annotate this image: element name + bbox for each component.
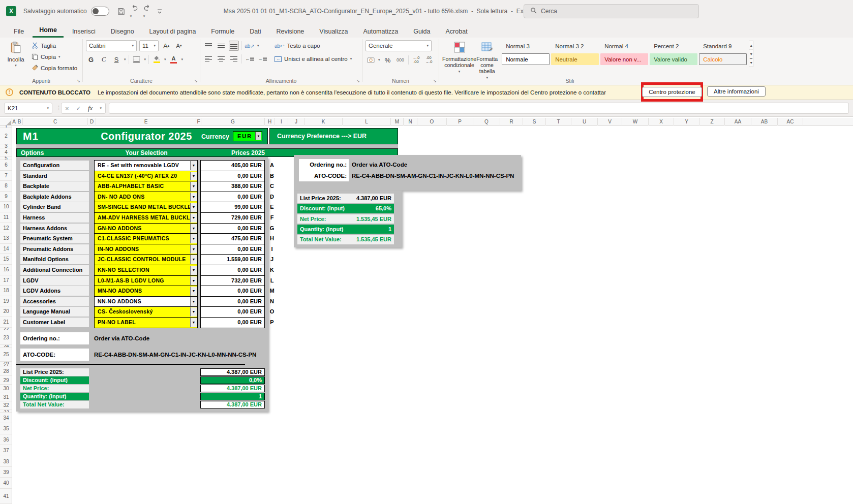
- dropdown-arrow-icon[interactable]: ▼: [190, 307, 197, 317]
- tab-revisione[interactable]: Revisione: [269, 25, 311, 38]
- search-box[interactable]: Cerca: [524, 4, 699, 18]
- column-header[interactable]: K: [304, 118, 343, 125]
- cancel-icon[interactable]: ×: [65, 105, 69, 112]
- dropdown-arrow-icon[interactable]: ▼: [190, 276, 197, 286]
- selection-dropdown[interactable]: DN- NO ADD ONS▼: [94, 192, 198, 203]
- row-header[interactable]: 29: [0, 376, 12, 385]
- formula-input[interactable]: [109, 103, 849, 114]
- increase-decimal-icon[interactable]: ←.0.00: [411, 55, 421, 65]
- align-bottom-icon[interactable]: [229, 41, 239, 51]
- cut-button[interactable]: Taglia: [32, 40, 77, 51]
- row-header[interactable]: 31: [0, 393, 12, 402]
- column-header[interactable]: J: [288, 118, 304, 125]
- column-header[interactable]: T: [546, 118, 571, 125]
- column-header[interactable]: A: [12, 118, 16, 125]
- fill-color-icon[interactable]: [151, 54, 162, 65]
- row-header[interactable]: 3: [0, 144, 12, 148]
- dropdown-arrow-icon[interactable]: ▼: [190, 172, 197, 181]
- more-info-button[interactable]: Altre informazioni: [707, 86, 766, 97]
- style-chip[interactable]: Normal 3 2: [551, 40, 599, 52]
- column-header[interactable]: D: [88, 118, 96, 125]
- gallery-more-icon[interactable]: ▼▔: [749, 58, 753, 67]
- column-header[interactable]: AA: [725, 118, 751, 125]
- row-header[interactable]: 38: [0, 456, 12, 467]
- autosave-toggle[interactable]: [91, 7, 109, 16]
- tab-automatizza[interactable]: Automatizza: [356, 25, 405, 38]
- number-format-select[interactable]: Generale▾: [365, 40, 432, 51]
- row-header[interactable]: 25: [0, 348, 12, 362]
- row-header[interactable]: 2: [0, 128, 12, 144]
- summary-row[interactable]: Quantity: (input)1: [297, 225, 394, 234]
- align-right-icon[interactable]: [229, 54, 239, 64]
- align-top-icon[interactable]: [203, 41, 214, 51]
- tab-dati[interactable]: Dati: [243, 25, 267, 38]
- row-header[interactable]: 21: [0, 317, 12, 328]
- selection-dropdown[interactable]: KN-NO SELECTION▼: [94, 265, 198, 276]
- format-as-table-button[interactable]: Formatta come tabella ▾: [476, 40, 498, 80]
- dropdown-arrow-icon[interactable]: ▼: [190, 203, 197, 212]
- tab-guida[interactable]: Guida: [407, 25, 437, 38]
- redo-icon[interactable]: ▾: [143, 4, 151, 19]
- tab-home[interactable]: Home: [33, 24, 64, 38]
- style-chip[interactable]: Neutrale: [551, 53, 599, 65]
- dropdown-arrow-icon[interactable]: ▼: [190, 234, 197, 243]
- row-header[interactable]: 23: [0, 330, 12, 345]
- column-header[interactable]: Q: [473, 118, 500, 125]
- row-header[interactable]: 12: [0, 223, 12, 234]
- currency-dropdown[interactable]: EUR ▼: [233, 131, 262, 141]
- row-header[interactable]: 9: [0, 192, 12, 202]
- row-header[interactable]: 32: [0, 401, 12, 410]
- column-header[interactable]: X: [649, 118, 674, 125]
- alignment-dialog-launcher-icon[interactable]: ↘: [356, 78, 360, 83]
- tab-file[interactable]: File: [7, 25, 31, 38]
- select-all-corner[interactable]: [0, 118, 12, 125]
- row-header[interactable]: 15: [0, 254, 12, 265]
- style-chip[interactable]: Normal 4: [600, 40, 648, 52]
- font-size-select[interactable]: 11▾: [139, 40, 159, 51]
- summary-value[interactable]: 1: [200, 393, 265, 400]
- selection-dropdown[interactable]: AM-ADV HARNESS METAL BUCKLE▼: [94, 212, 198, 224]
- selection-dropdown[interactable]: ABB-ALPHABELT BASIC▼: [94, 181, 198, 192]
- column-header[interactable]: V: [598, 118, 622, 125]
- style-chip[interactable]: Calcolo: [699, 53, 747, 65]
- column-header[interactable]: E: [96, 118, 196, 125]
- selection-dropdown[interactable]: CS- Československý▼: [94, 306, 198, 318]
- column-header[interactable]: R: [500, 118, 523, 125]
- column-header[interactable]: AB: [751, 118, 778, 125]
- row-header[interactable]: 35: [0, 423, 12, 434]
- column-header[interactable]: Y: [674, 118, 699, 125]
- row-header[interactable]: 7: [0, 171, 12, 181]
- column-header[interactable]: H: [265, 118, 275, 125]
- underline-button[interactable]: S: [111, 54, 121, 65]
- selection-dropdown[interactable]: L0-M1-AS-B LGDV LONG▼: [94, 275, 198, 287]
- decrease-decimal-icon[interactable]: .00→.0: [424, 55, 434, 65]
- column-header[interactable]: Z: [699, 118, 725, 125]
- font-name-select[interactable]: Calibri▾: [86, 40, 137, 51]
- dropdown-arrow-icon[interactable]: ▼: [190, 245, 197, 254]
- align-left-icon[interactable]: [203, 54, 214, 64]
- conditional-formatting-button[interactable]: Formattazione condizionale ▾: [442, 40, 476, 80]
- dropdown-arrow-icon[interactable]: ▼: [255, 132, 261, 140]
- column-header[interactable]: C: [23, 118, 88, 125]
- row-header[interactable]: 20: [0, 306, 12, 317]
- wrap-text-button[interactable]: ab↩ Testo a capo: [275, 40, 352, 51]
- decrease-font-icon[interactable]: A▾: [174, 41, 184, 51]
- column-header[interactable]: P: [447, 118, 473, 125]
- column-header[interactable]: G: [201, 118, 265, 125]
- tab-visualizza[interactable]: Visualizza: [313, 25, 354, 38]
- thousands-separator-icon[interactable]: 000: [395, 55, 406, 65]
- tab-acrobat[interactable]: Acrobat: [439, 25, 474, 38]
- row-header[interactable]: 10: [0, 202, 12, 212]
- selection-dropdown[interactable]: MN-NO ADDONS▼: [94, 286, 198, 297]
- dropdown-arrow-icon[interactable]: ▼: [190, 213, 197, 223]
- column-header[interactable]: L: [343, 118, 391, 125]
- name-box[interactable]: K21▾: [4, 103, 52, 114]
- column-header[interactable]: N: [404, 118, 417, 125]
- selection-dropdown[interactable]: C4-CE EN137 (-40°C) ATEX Z0▼: [94, 171, 198, 182]
- column-header[interactable]: S: [523, 118, 546, 125]
- row-header[interactable]: 4: [0, 148, 12, 156]
- row-header[interactable]: 37: [0, 445, 12, 456]
- summary-value[interactable]: 0,0%: [200, 376, 265, 384]
- column-header[interactable]: AC: [778, 118, 803, 125]
- trust-center-button[interactable]: Centro protezione: [642, 87, 702, 97]
